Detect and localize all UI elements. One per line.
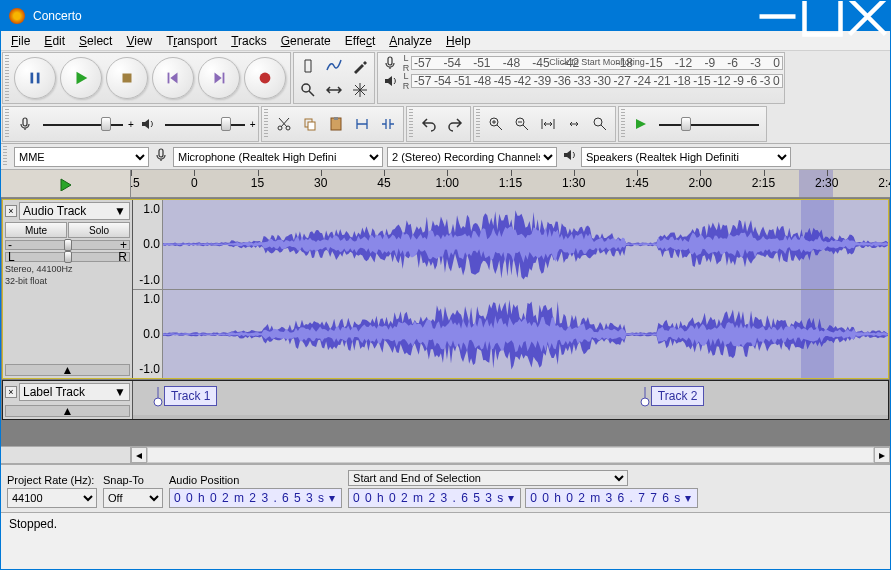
selection-end-field[interactable]: 0 0 h 0 2 m 3 6 . 7 7 6 s▾ <box>525 488 698 508</box>
label-marker[interactable]: Track 2 <box>639 385 705 407</box>
skip-start-button[interactable] <box>152 57 194 99</box>
zoom-in-button[interactable] <box>484 112 508 136</box>
zoom-toggle-button[interactable] <box>588 112 612 136</box>
mic-meter-icon[interactable] <box>380 55 400 71</box>
pause-button[interactable] <box>14 57 56 99</box>
record-button[interactable] <box>244 57 286 99</box>
timeline-ruler[interactable]: -1501530451:001:151:301:452:002:152:302:… <box>131 170 890 197</box>
svg-rect-3 <box>123 74 132 83</box>
play-button[interactable] <box>60 57 102 99</box>
maximize-button[interactable] <box>800 1 845 31</box>
fit-selection-button[interactable] <box>536 112 560 136</box>
menu-generate[interactable]: Generate <box>275 32 337 50</box>
undo-button[interactable] <box>417 112 441 136</box>
draw-tool[interactable] <box>348 54 372 78</box>
menu-file[interactable]: File <box>5 32 36 50</box>
left-label: L <box>8 250 15 264</box>
label-marker[interactable]: Track 1 <box>152 385 218 407</box>
menu-transport[interactable]: Transport <box>160 32 223 50</box>
record-meter[interactable]: -57 -54 -51 -48 -45 -42 Click to Start M… <box>411 56 783 70</box>
label-track-body[interactable]: Track 1 Track 2 <box>133 381 888 415</box>
audio-position-field[interactable]: 0 0 h 0 2 m 2 3 . 6 5 3 s▾ <box>169 488 342 508</box>
zoom-toolbar <box>473 106 616 142</box>
toolbar-grip[interactable] <box>621 109 625 139</box>
trim-button[interactable] <box>350 112 374 136</box>
track-menu-button[interactable]: Audio Track▼ <box>19 202 130 220</box>
scroll-left-button[interactable]: ◂ <box>131 447 147 463</box>
close-button[interactable] <box>845 1 890 31</box>
chevron-down-icon[interactable]: ▾ <box>683 491 693 505</box>
multi-tool[interactable] <box>348 78 372 102</box>
toolbar-grip[interactable] <box>3 146 7 167</box>
ruler-label: 2:00 <box>689 176 712 190</box>
menu-help[interactable]: Help <box>440 32 477 50</box>
skip-end-button[interactable] <box>198 57 240 99</box>
playback-speed-slider[interactable] <box>654 114 764 134</box>
toolbar-grip[interactable] <box>264 109 268 139</box>
ruler-label: 2:15 <box>752 176 775 190</box>
menu-effect[interactable]: Effect <box>339 32 381 50</box>
ruler-label: 30 <box>314 176 327 190</box>
zoom-out-button[interactable] <box>510 112 534 136</box>
meter-tick: -12 <box>713 74 730 88</box>
minimize-button[interactable] <box>755 1 800 31</box>
track-menu-button[interactable]: Label Track▼ <box>19 383 130 401</box>
record-volume-slider[interactable] <box>38 114 128 134</box>
recording-device-select[interactable]: Microphone (Realtek High Defini <box>173 147 383 167</box>
fit-project-button[interactable] <box>562 112 586 136</box>
toolbar-grip[interactable] <box>5 109 9 139</box>
cut-button[interactable] <box>272 112 296 136</box>
label-text[interactable]: Track 2 <box>651 386 705 406</box>
audio-host-select[interactable]: MME <box>14 147 149 167</box>
speaker-meter-icon[interactable] <box>380 73 400 89</box>
mute-button[interactable]: Mute <box>5 222 67 238</box>
menu-tracks[interactable]: Tracks <box>225 32 273 50</box>
pan-slider[interactable]: LR <box>5 252 130 262</box>
svg-point-16 <box>594 118 602 126</box>
copy-button[interactable] <box>298 112 322 136</box>
meter-tick: -15 <box>693 74 710 88</box>
horizontal-scrollbar[interactable] <box>147 447 874 463</box>
chevron-down-icon[interactable]: ▾ <box>506 491 516 505</box>
track-collapse-button[interactable]: ▲ <box>5 364 130 376</box>
recording-channels-select[interactable]: 2 (Stereo) Recording Channels <box>387 147 557 167</box>
menu-view[interactable]: View <box>120 32 158 50</box>
chevron-down-icon[interactable]: ▾ <box>327 491 337 505</box>
vertical-scale[interactable]: 1.0 0.0 -1.0 <box>133 200 163 289</box>
redo-button[interactable] <box>443 112 467 136</box>
meter-tick: -9 <box>704 56 715 70</box>
waveform-area[interactable] <box>163 200 888 378</box>
timeshift-tool[interactable] <box>322 78 346 102</box>
silence-button[interactable] <box>376 112 400 136</box>
solo-button[interactable]: Solo <box>68 222 130 238</box>
playback-meter[interactable]: -57 -54 -51 -48 -45 -42 -39 -36 -33 -30 … <box>411 74 783 88</box>
selection-mode-select[interactable]: Start and End of Selection <box>348 470 628 486</box>
vertical-scale[interactable]: 1.0 0.0 -1.0 <box>133 289 163 379</box>
play-at-speed-button[interactable] <box>629 112 653 136</box>
ruler-label: 1:30 <box>562 176 585 190</box>
stop-button[interactable] <box>106 57 148 99</box>
toolbar-grip[interactable] <box>476 109 480 139</box>
selection-tool[interactable] <box>296 54 320 78</box>
track-close-button[interactable]: × <box>5 386 17 398</box>
project-rate-select[interactable]: 44100 <box>7 488 97 508</box>
menu-analyze[interactable]: Analyze <box>383 32 438 50</box>
paste-button[interactable] <box>324 112 348 136</box>
track-collapse-button[interactable]: ▲ <box>5 405 130 417</box>
timeline-pin-button[interactable] <box>1 170 131 197</box>
label-text[interactable]: Track 1 <box>164 386 218 406</box>
envelope-tool[interactable] <box>322 54 346 78</box>
toolbar-grip[interactable] <box>409 109 413 139</box>
track-close-button[interactable]: × <box>5 205 17 217</box>
playback-volume-slider[interactable] <box>160 114 250 134</box>
menu-edit[interactable]: Edit <box>38 32 71 50</box>
playback-device-select[interactable]: Speakers (Realtek High Definiti <box>581 147 791 167</box>
zoom-tool[interactable] <box>296 78 320 102</box>
plus-icon: + <box>250 119 256 130</box>
scroll-right-button[interactable]: ▸ <box>874 447 890 463</box>
toolbar-grip[interactable] <box>5 55 9 101</box>
menu-select[interactable]: Select <box>73 32 118 50</box>
selection-start-field[interactable]: 0 0 h 0 2 m 2 3 . 6 5 3 s▾ <box>348 488 521 508</box>
gain-slider[interactable]: -+ <box>5 240 130 250</box>
snap-to-select[interactable]: Off <box>103 488 163 508</box>
